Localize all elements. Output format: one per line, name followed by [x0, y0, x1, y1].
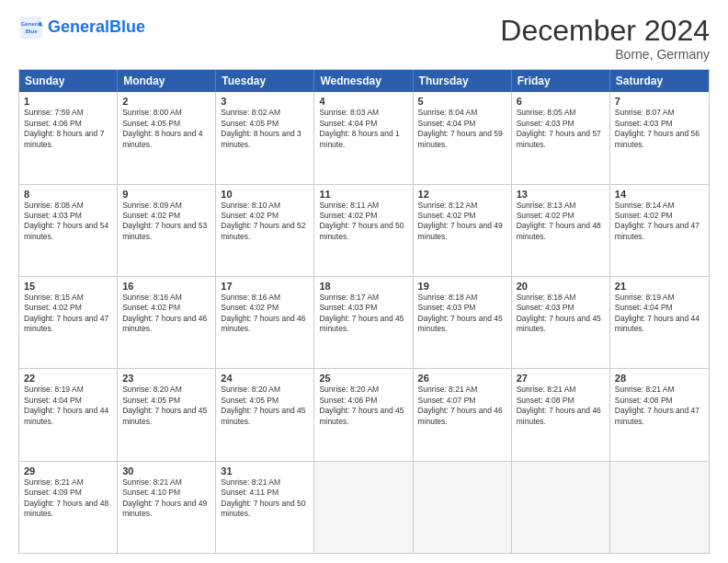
day-number: 30 — [122, 465, 210, 477]
calendar-cell-9: 9Sunrise: 8:09 AMSunset: 4:02 PMDaylight… — [118, 185, 216, 276]
calendar-cell-18: 18Sunrise: 8:17 AMSunset: 4:03 PMDayligh… — [314, 277, 413, 368]
day-info: Sunrise: 8:15 AMSunset: 4:02 PMDaylight:… — [24, 293, 112, 335]
calendar-cell-empty — [314, 462, 413, 553]
day-info: Sunrise: 8:20 AMSunset: 4:05 PMDaylight:… — [122, 385, 210, 427]
day-number: 31 — [221, 465, 309, 477]
day-info: Sunrise: 8:09 AMSunset: 4:02 PMDaylight:… — [122, 201, 210, 243]
day-number: 16 — [122, 281, 210, 292]
calendar-cell-27: 27Sunrise: 8:21 AMSunset: 4:08 PMDayligh… — [512, 369, 610, 460]
calendar-cell-28: 28Sunrise: 8:21 AMSunset: 4:08 PMDayligh… — [610, 369, 709, 460]
month-title: December 2024 — [500, 15, 710, 47]
header-day-wednesday: Wednesday — [314, 70, 413, 92]
day-info: Sunrise: 8:04 AMSunset: 4:04 PMDaylight:… — [418, 108, 506, 150]
calendar-cell-30: 30Sunrise: 8:21 AMSunset: 4:10 PMDayligh… — [118, 462, 216, 553]
day-number: 29 — [24, 465, 112, 477]
header-day-friday: Friday — [512, 70, 610, 92]
header-day-tuesday: Tuesday — [216, 70, 314, 92]
day-info: Sunrise: 8:16 AMSunset: 4:02 PMDaylight:… — [122, 293, 210, 335]
calendar-week-1: 1Sunrise: 7:59 AMSunset: 4:06 PMDaylight… — [19, 92, 709, 184]
calendar-cell-29: 29Sunrise: 8:21 AMSunset: 4:09 PMDayligh… — [19, 462, 118, 553]
calendar-cell-17: 17Sunrise: 8:16 AMSunset: 4:02 PMDayligh… — [216, 277, 314, 368]
day-info: Sunrise: 8:12 AMSunset: 4:02 PMDaylight:… — [418, 201, 506, 243]
calendar-cell-16: 16Sunrise: 8:16 AMSunset: 4:02 PMDayligh… — [118, 277, 216, 368]
svg-text:General: General — [21, 20, 42, 27]
calendar-cell-21: 21Sunrise: 8:19 AMSunset: 4:04 PMDayligh… — [610, 277, 709, 368]
calendar-cell-6: 6Sunrise: 8:05 AMSunset: 4:03 PMDaylight… — [512, 92, 610, 183]
day-number: 19 — [418, 281, 506, 292]
logo-text: GeneralBlue — [48, 18, 145, 37]
day-number: 4 — [319, 96, 407, 107]
calendar-cell-23: 23Sunrise: 8:20 AMSunset: 4:05 PMDayligh… — [118, 369, 216, 460]
calendar-cell-20: 20Sunrise: 8:18 AMSunset: 4:03 PMDayligh… — [512, 277, 610, 368]
day-info: Sunrise: 8:18 AMSunset: 4:03 PMDaylight:… — [517, 293, 605, 335]
day-info: Sunrise: 8:05 AMSunset: 4:03 PMDaylight:… — [517, 108, 605, 150]
day-info: Sunrise: 8:21 AMSunset: 4:07 PMDaylight:… — [418, 385, 506, 427]
day-info: Sunrise: 8:20 AMSunset: 4:06 PMDaylight:… — [319, 385, 407, 427]
day-info: Sunrise: 8:00 AMSunset: 4:05 PMDaylight:… — [122, 108, 210, 150]
calendar-header: SundayMondayTuesdayWednesdayThursdayFrid… — [19, 70, 709, 92]
calendar-cell-13: 13Sunrise: 8:13 AMSunset: 4:02 PMDayligh… — [512, 185, 610, 276]
day-info: Sunrise: 8:11 AMSunset: 4:02 PMDaylight:… — [319, 201, 407, 243]
subtitle: Borne, Germany — [500, 47, 710, 62]
calendar-cell-25: 25Sunrise: 8:20 AMSunset: 4:06 PMDayligh… — [314, 369, 413, 460]
day-number: 20 — [517, 281, 605, 292]
day-number: 14 — [615, 189, 704, 200]
day-number: 21 — [615, 281, 704, 292]
day-info: Sunrise: 8:21 AMSunset: 4:10 PMDaylight:… — [122, 477, 210, 520]
calendar-cell-8: 8Sunrise: 8:08 AMSunset: 4:03 PMDaylight… — [19, 185, 118, 276]
header-day-monday: Monday — [118, 70, 216, 92]
calendar-cell-empty — [610, 462, 709, 553]
calendar-week-5: 29Sunrise: 8:21 AMSunset: 4:09 PMDayligh… — [19, 462, 709, 553]
calendar-cell-19: 19Sunrise: 8:18 AMSunset: 4:03 PMDayligh… — [414, 277, 512, 368]
header: General Blue GeneralBlue December 2024 B… — [18, 15, 710, 62]
day-info: Sunrise: 8:16 AMSunset: 4:02 PMDaylight:… — [221, 293, 309, 335]
calendar-week-2: 8Sunrise: 8:08 AMSunset: 4:03 PMDaylight… — [19, 185, 709, 277]
calendar-cell-22: 22Sunrise: 8:19 AMSunset: 4:04 PMDayligh… — [19, 369, 118, 460]
day-number: 23 — [122, 373, 210, 384]
day-info: Sunrise: 8:20 AMSunset: 4:05 PMDaylight:… — [221, 385, 309, 427]
calendar-cell-7: 7Sunrise: 8:07 AMSunset: 4:03 PMDaylight… — [610, 92, 709, 183]
day-number: 18 — [319, 281, 407, 292]
day-info: Sunrise: 8:19 AMSunset: 4:04 PMDaylight:… — [615, 293, 704, 335]
day-info: Sunrise: 8:21 AMSunset: 4:11 PMDaylight:… — [221, 477, 309, 520]
calendar-body: 1Sunrise: 7:59 AMSunset: 4:06 PMDaylight… — [19, 92, 709, 553]
day-info: Sunrise: 8:14 AMSunset: 4:02 PMDaylight:… — [615, 201, 704, 243]
day-info: Sunrise: 8:10 AMSunset: 4:02 PMDaylight:… — [221, 201, 309, 243]
day-info: Sunrise: 8:19 AMSunset: 4:04 PMDaylight:… — [24, 385, 112, 427]
day-number: 9 — [122, 189, 210, 200]
day-number: 26 — [418, 373, 506, 384]
svg-text:Blue: Blue — [25, 28, 38, 34]
day-number: 22 — [24, 373, 112, 384]
calendar-cell-10: 10Sunrise: 8:10 AMSunset: 4:02 PMDayligh… — [216, 185, 314, 276]
calendar-cell-14: 14Sunrise: 8:14 AMSunset: 4:02 PMDayligh… — [610, 185, 709, 276]
header-day-saturday: Saturday — [610, 70, 709, 92]
day-number: 2 — [122, 96, 210, 107]
header-day-sunday: Sunday — [19, 70, 118, 92]
calendar-cell-31: 31Sunrise: 8:21 AMSunset: 4:11 PMDayligh… — [216, 462, 314, 553]
calendar-cell-15: 15Sunrise: 8:15 AMSunset: 4:02 PMDayligh… — [19, 277, 118, 368]
day-number: 13 — [517, 189, 605, 200]
calendar-cell-3: 3Sunrise: 8:02 AMSunset: 4:05 PMDaylight… — [216, 92, 314, 183]
day-info: Sunrise: 8:21 AMSunset: 4:08 PMDaylight:… — [615, 385, 704, 427]
day-number: 15 — [24, 281, 112, 292]
calendar-cell-empty — [414, 462, 512, 553]
day-number: 3 — [221, 96, 309, 107]
day-number: 5 — [418, 96, 506, 107]
day-info: Sunrise: 7:59 AMSunset: 4:06 PMDaylight:… — [24, 108, 112, 150]
day-number: 10 — [221, 189, 309, 200]
calendar-cell-5: 5Sunrise: 8:04 AMSunset: 4:04 PMDaylight… — [414, 92, 512, 183]
day-info: Sunrise: 8:03 AMSunset: 4:04 PMDaylight:… — [319, 108, 407, 150]
title-area: December 2024 Borne, Germany — [500, 15, 710, 62]
page: General Blue GeneralBlue December 2024 B… — [0, 0, 728, 563]
calendar-cell-empty — [512, 462, 610, 553]
calendar-cell-26: 26Sunrise: 8:21 AMSunset: 4:07 PMDayligh… — [414, 369, 512, 460]
day-number: 28 — [615, 373, 704, 384]
calendar-cell-2: 2Sunrise: 8:00 AMSunset: 4:05 PMDaylight… — [118, 92, 216, 183]
day-info: Sunrise: 8:08 AMSunset: 4:03 PMDaylight:… — [24, 201, 112, 243]
day-number: 12 — [418, 189, 506, 200]
calendar-cell-12: 12Sunrise: 8:12 AMSunset: 4:02 PMDayligh… — [414, 185, 512, 276]
day-info: Sunrise: 8:13 AMSunset: 4:02 PMDaylight:… — [517, 201, 605, 243]
calendar-week-4: 22Sunrise: 8:19 AMSunset: 4:04 PMDayligh… — [19, 369, 709, 461]
day-number: 25 — [319, 373, 407, 384]
day-info: Sunrise: 8:18 AMSunset: 4:03 PMDaylight:… — [418, 293, 506, 335]
